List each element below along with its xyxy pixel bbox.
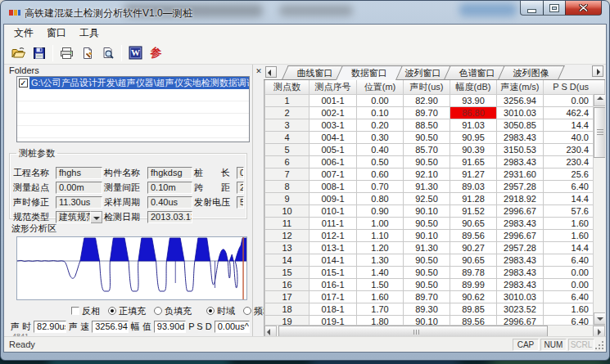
- table-cell[interactable]: 018-1: [310, 303, 357, 315]
- tab-scroll-left-button[interactable]: [265, 66, 277, 78]
- table-cell[interactable]: 2983.43: [497, 131, 544, 143]
- table-cell[interactable]: 90.10: [404, 204, 450, 217]
- table-row[interactable]: 18018-11.7089.3089.853023.521.60: [265, 303, 605, 315]
- radio-icon[interactable]: [154, 307, 162, 315]
- table-cell[interactable]: 011-1: [310, 217, 357, 229]
- column-header[interactable]: 幅度(dB): [450, 80, 497, 94]
- sample-period-field[interactable]: 0.40us: [147, 196, 192, 209]
- table-cell[interactable]: 015-1: [310, 266, 357, 278]
- table-cell[interactable]: 12: [265, 229, 310, 241]
- table-row[interactable]: 15015-11.4090.5089.782983.430.00: [265, 266, 605, 278]
- table-row[interactable]: 11011-11.0090.5090.652983.431.60: [265, 217, 605, 229]
- menu-tools[interactable]: 工具: [73, 25, 106, 42]
- table-row[interactable]: 5005-10.4085.7090.393150.53230.4: [265, 143, 605, 155]
- table-cell[interactable]: 91.28: [450, 192, 497, 204]
- table-cell[interactable]: 5: [265, 143, 310, 155]
- table-cell[interactable]: 2983.43: [497, 155, 544, 168]
- chevron-down-icon[interactable]: [91, 211, 102, 223]
- time-domain-radio[interactable]: 时域: [206, 305, 235, 317]
- column-header[interactable]: 声速(m/s): [497, 80, 544, 94]
- table-cell[interactable]: 016-1: [310, 278, 357, 290]
- table-cell[interactable]: 88.50: [404, 119, 450, 131]
- preview-button[interactable]: [97, 43, 118, 63]
- table-row[interactable]: 8008-10.7091.3089.032957.286.40: [265, 180, 605, 192]
- table-cell[interactable]: 90.10: [404, 229, 450, 241]
- time-correction-field[interactable]: 11.30us: [56, 196, 102, 209]
- table-cell[interactable]: 2983.43: [497, 278, 544, 290]
- table-cell[interactable]: 90.50: [404, 155, 450, 168]
- table-cell[interactable]: 1.00: [357, 217, 404, 229]
- table-cell[interactable]: 3010.03: [497, 290, 544, 303]
- table-cell[interactable]: 89.70: [404, 290, 450, 303]
- radio-icon[interactable]: [108, 307, 116, 315]
- save-button[interactable]: [29, 43, 49, 63]
- table-cell[interactable]: 3023.52: [497, 303, 544, 315]
- invert-checkbox[interactable]: 反相: [71, 305, 100, 317]
- table-cell[interactable]: 14: [265, 254, 310, 266]
- table-cell[interactable]: 0.90: [357, 204, 404, 217]
- table-cell[interactable]: 91.03: [450, 119, 497, 131]
- pane-close-button[interactable]: ✕: [254, 67, 264, 77]
- tab-wavetrain-image[interactable]: 波列图像: [498, 65, 565, 79]
- standard-type-select[interactable]: 建筑规范: [56, 211, 102, 223]
- table-cell[interactable]: 89.78: [450, 266, 497, 278]
- table-cell[interactable]: 93.90: [450, 94, 497, 106]
- table-cell[interactable]: 2957.28: [497, 180, 544, 192]
- table-cell[interactable]: 8: [265, 180, 310, 192]
- resize-grip[interactable]: [594, 340, 605, 351]
- close-button[interactable]: [565, 1, 602, 16]
- table-cell[interactable]: 0.00: [357, 94, 404, 106]
- table-cell[interactable]: 1.70: [357, 303, 404, 315]
- table-row[interactable]: 17017-11.6089.7090.623010.036.40: [265, 290, 605, 303]
- table-row[interactable]: 9009-10.8092.5091.282918.9214.4: [265, 192, 605, 204]
- table-cell[interactable]: 0.80: [357, 192, 404, 204]
- horizontal-scrollbar[interactable]: [264, 325, 605, 336]
- table-row[interactable]: 7007-10.6092.1091.272931.6025.6: [265, 168, 605, 180]
- scroll-down-button[interactable]: [594, 312, 605, 325]
- scroll-right-button[interactable]: [593, 326, 605, 336]
- table-cell[interactable]: 17: [265, 290, 310, 303]
- print-button[interactable]: [56, 43, 77, 63]
- table-cell[interactable]: 3150.53: [497, 143, 544, 155]
- menu-window[interactable]: 窗口: [40, 25, 73, 42]
- table-row[interactable]: 1001-10.0082.9093.903256.940.00: [265, 94, 605, 106]
- table-cell[interactable]: 1: [265, 94, 310, 106]
- table-cell[interactable]: 18: [265, 303, 310, 315]
- minimize-button[interactable]: [520, 1, 544, 16]
- table-cell[interactable]: 009-1: [310, 192, 357, 204]
- table-cell[interactable]: 91.52: [450, 204, 497, 217]
- table-cell[interactable]: 2996.67: [497, 229, 544, 241]
- table-cell[interactable]: 89.30: [404, 303, 450, 315]
- test-date-field[interactable]: 2013.03.13: [147, 211, 192, 223]
- checkbox-icon[interactable]: [71, 307, 79, 315]
- radio-icon[interactable]: [243, 307, 251, 315]
- table-cell[interactable]: 1.30: [357, 254, 404, 266]
- table-cell[interactable]: 9: [265, 192, 310, 204]
- word-report-button[interactable]: W: [125, 43, 146, 63]
- table-row[interactable]: 2002-10.1089.7086.803010.03462.4: [265, 106, 605, 119]
- table-cell[interactable]: 89.99: [450, 278, 497, 290]
- table-row[interactable]: 16016-11.5090.5089.992983.430.00: [265, 278, 605, 290]
- table-cell[interactable]: 3010.03: [497, 106, 544, 119]
- table-cell[interactable]: 0.40: [357, 143, 404, 155]
- psd-field[interactable]: 0.00us^2/m: [215, 321, 250, 333]
- table-row[interactable]: 10010-10.9090.1091.522996.6757.6: [265, 204, 605, 217]
- maximize-button[interactable]: [543, 1, 566, 16]
- table-cell[interactable]: 89.56: [450, 229, 497, 241]
- open-file-button[interactable]: [8, 43, 29, 63]
- table-row[interactable]: 12012-11.1090.1089.562996.671.60: [265, 229, 605, 241]
- export-button[interactable]: [77, 43, 97, 63]
- table-cell[interactable]: 85.70: [404, 143, 450, 155]
- table-cell[interactable]: 90.62: [450, 290, 497, 303]
- column-header[interactable]: 测点数: [265, 80, 310, 94]
- table-cell[interactable]: 3050.85: [497, 119, 544, 131]
- table-cell[interactable]: 7: [265, 168, 310, 180]
- table-cell[interactable]: 90.50: [404, 266, 450, 278]
- table-cell[interactable]: 90.95: [450, 131, 497, 143]
- table-cell[interactable]: 006-1: [310, 155, 357, 168]
- sound-time-field[interactable]: 82.90us: [34, 321, 66, 333]
- horizontal-scroll-thumb[interactable]: [278, 326, 548, 336]
- span-distance-field[interactable]: 270mm: [237, 182, 244, 194]
- table-cell[interactable]: 15: [265, 266, 310, 278]
- file-list[interactable]: ✓ G:\公司产品设计开发\超声仪器\超声仪实地检测数据调试cd\qd03\qd…: [16, 76, 250, 142]
